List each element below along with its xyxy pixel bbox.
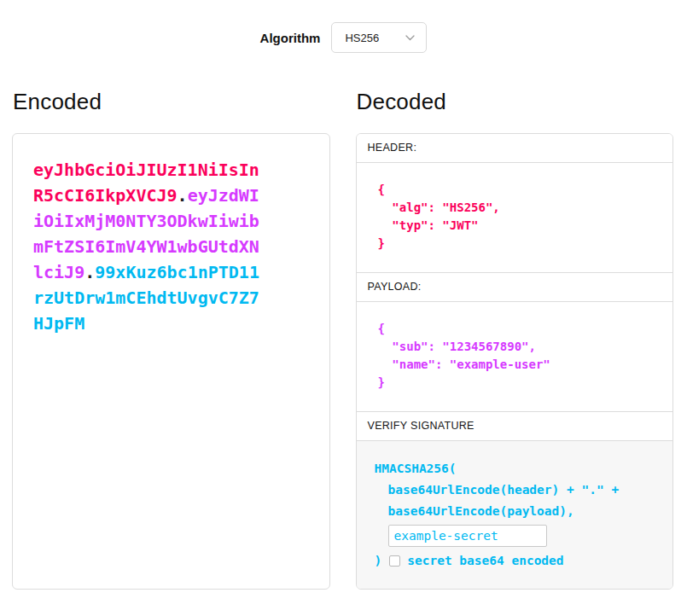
main-columns: Encoded eyJhbGciOiJIUzI1NiIsInR5cCI6IkpX… — [0, 89, 687, 590]
header-section-label: HEADER: — [357, 134, 673, 163]
verify-line-encode-header: base64UrlEncode(header) + "." + — [375, 479, 662, 501]
token-separator: . — [178, 185, 188, 206]
decoded-title: Decoded — [357, 89, 674, 115]
payload-json-editor[interactable]: { "sub": "1234567890", "name": "example-… — [357, 302, 673, 411]
close-paren: ) — [375, 553, 382, 568]
payload-json: { "sub": "1234567890", "name": "example-… — [378, 320, 662, 392]
decoded-panel: HEADER: { "alg": "HS256", "typ": "JWT" }… — [356, 133, 674, 590]
encoded-column: Encoded eyJhbGciOiJIUzI1NiIsInR5cCI6IkpX… — [12, 89, 330, 590]
token-separator: . — [84, 262, 95, 282]
algorithm-bar: Algorithm HS256 — [0, 0, 687, 53]
header-json: { "alg": "HS256", "typ": "JWT" } — [378, 181, 662, 253]
encoded-token-editor[interactable]: eyJhbGciOiJIUzI1NiIsInR5cCI6IkpXVCJ9.eyJ… — [12, 133, 330, 590]
secret-base64-label: secret base64 encoded — [407, 553, 563, 568]
payload-section-label: PAYLOAD: — [357, 272, 673, 302]
secret-input[interactable] — [388, 525, 547, 547]
algorithm-label: Algorithm — [260, 31, 321, 45]
verify-line-hmac: HMACSHA256( — [375, 458, 662, 479]
chevron-down-icon — [405, 35, 415, 41]
verify-signature-section-label: VERIFY SIGNATURE — [357, 411, 673, 441]
verify-close-row: ) secret base64 encoded — [375, 553, 662, 568]
secret-base64-checkbox[interactable] — [389, 555, 400, 567]
jwt-token: eyJhbGciOiJIUzI1NiIsInR5cCI6IkpXVCJ9.eyJ… — [33, 157, 264, 336]
decoded-column: Decoded HEADER: { "alg": "HS256", "typ":… — [356, 89, 674, 590]
algorithm-select[interactable]: HS256 — [331, 22, 427, 53]
algorithm-selected-value: HS256 — [345, 32, 379, 44]
verify-line-encode-payload: base64UrlEncode(payload), — [375, 501, 662, 522]
encoded-title: Encoded — [13, 89, 330, 115]
verify-signature-body: HMACSHA256( base64UrlEncode(header) + ".… — [357, 441, 673, 589]
header-json-editor[interactable]: { "alg": "HS256", "typ": "JWT" } — [357, 163, 673, 272]
